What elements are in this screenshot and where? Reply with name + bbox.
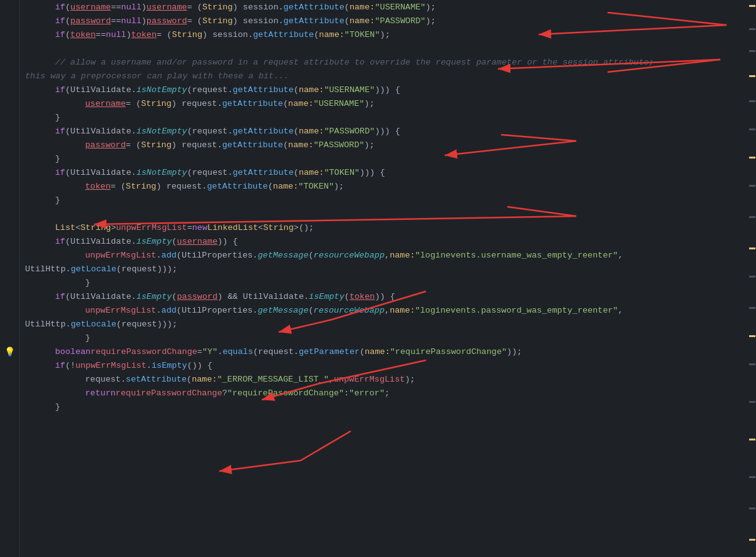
code-token: getAttribute (233, 85, 294, 95)
code-token: ( (283, 99, 288, 108)
gutter-item (0, 41, 20, 55)
code-token: setAttribute (126, 375, 187, 384)
code-token: null (106, 30, 126, 39)
code-token: getMessage (257, 306, 308, 315)
code-line: if (UtilValidate.isEmpty(password) && Ut… (25, 289, 747, 303)
code-token: ( (294, 85, 299, 95)
code-token: isEmpty (309, 292, 344, 301)
code-token: password (177, 292, 217, 301)
code-token: ()) { (187, 361, 213, 370)
code-token: "USERNAME" (314, 99, 365, 108)
code-token: if (55, 127, 65, 136)
code-token: username (177, 237, 217, 246)
code-token: null (121, 16, 141, 26)
code-token: , (385, 306, 390, 315)
code-token: . (156, 251, 161, 260)
code-line: } (25, 331, 747, 345)
gutter-item (0, 221, 20, 234)
scrollbar-mark (749, 401, 755, 403)
code-token: ( (283, 140, 288, 150)
code-token: (UtilValidate. (65, 292, 136, 301)
code-token: "PASSWORD" (375, 16, 425, 26)
code-token: isEmpty (152, 361, 187, 370)
code-token: "TOKEN" (324, 168, 360, 177)
code-token: boolean (55, 347, 91, 357)
code-token: ( (344, 16, 350, 26)
code-token: ( (172, 237, 177, 246)
code-token: ( (344, 292, 350, 301)
code-token: requirePasswordChange (116, 388, 222, 398)
code-token: resourceWebapp (314, 306, 385, 315)
scrollbar-mark (749, 476, 755, 478)
code-token: , (385, 251, 390, 260)
code-token: if (55, 292, 65, 301)
code-token: } (55, 195, 60, 205)
code-token: name: (288, 140, 314, 150)
code-token: password (147, 16, 187, 26)
code-line: request.setAttribute( name: "_ERROR_MESS… (25, 372, 747, 386)
code-token: if (55, 237, 65, 246)
code-token: name: (299, 168, 324, 177)
code-token: < (75, 223, 80, 232)
code-token: token (132, 30, 157, 39)
code-area[interactable]: if (username == null) username = (String… (20, 0, 747, 557)
gutter-item (0, 400, 20, 414)
code-token: } (85, 278, 90, 288)
code-token: unpwErrMsgList (116, 223, 187, 232)
scrollbar[interactable] (747, 0, 756, 557)
code-token: ))) { (375, 85, 400, 95)
code-token: name: (350, 16, 375, 26)
scrollbar-mark (749, 100, 755, 102)
code-token: String (172, 30, 202, 39)
code-token: < (258, 223, 263, 232)
code-token: (request. (187, 85, 233, 95)
code-token: = ( (187, 16, 202, 26)
code-token: name: (390, 306, 415, 315)
code-token: ) session. (233, 16, 284, 26)
code-token: ; (385, 388, 390, 398)
code-token: getAttribute (222, 99, 283, 108)
gutter-item (0, 179, 20, 193)
code-line: if (username == null) username = (String… (25, 0, 747, 14)
code-token: isNotEmpty (137, 127, 187, 136)
code-token: LinkedList (207, 223, 258, 232)
gutter-item (0, 303, 20, 317)
code-token: if (55, 361, 65, 370)
gutter-item (0, 234, 20, 248)
scrollbar-mark (749, 216, 755, 218)
code-token: : (344, 388, 349, 398)
gutter-item (0, 96, 20, 110)
code-token: } (55, 113, 60, 122)
scrollbar-mark (749, 28, 755, 30)
code-token: password (70, 16, 111, 26)
code-token: > (111, 223, 116, 232)
code-token: requirePasswordChange (91, 347, 197, 357)
code-token: ) (126, 30, 131, 39)
code-token: name: (273, 182, 299, 191)
code-token: (UtilValidate. (65, 127, 136, 136)
code-line: if (!unpwErrMsgList.isEmpty()) { (25, 358, 747, 372)
code-token: )) { (375, 292, 395, 301)
code-token: ); (380, 30, 390, 39)
gutter-item (0, 358, 20, 372)
scrollbar-mark (749, 335, 755, 337)
code-token: ) session. (202, 30, 253, 39)
code-token: getAttribute (207, 182, 267, 191)
code-token: UtilHttp. (25, 264, 71, 274)
code-token: unpwErrMsgList (75, 361, 146, 370)
code-token: resourceWebapp (314, 251, 385, 260)
code-token: getAttribute (233, 168, 294, 177)
code-token: getLocale (71, 264, 117, 274)
gutter-item (0, 289, 20, 303)
code-token: unpwErrMsgList (85, 251, 156, 260)
code-token: ) request. (172, 140, 222, 150)
code-token: return (85, 388, 116, 398)
gutter-item (0, 276, 20, 289)
code-token: , (618, 306, 623, 315)
code-token: } (55, 402, 60, 412)
code-token: "USERNAME" (324, 85, 375, 95)
code-token: . (156, 306, 161, 315)
code-token: name: (319, 30, 344, 39)
code-token: getAttribute (253, 30, 314, 39)
code-line: } (25, 193, 747, 207)
